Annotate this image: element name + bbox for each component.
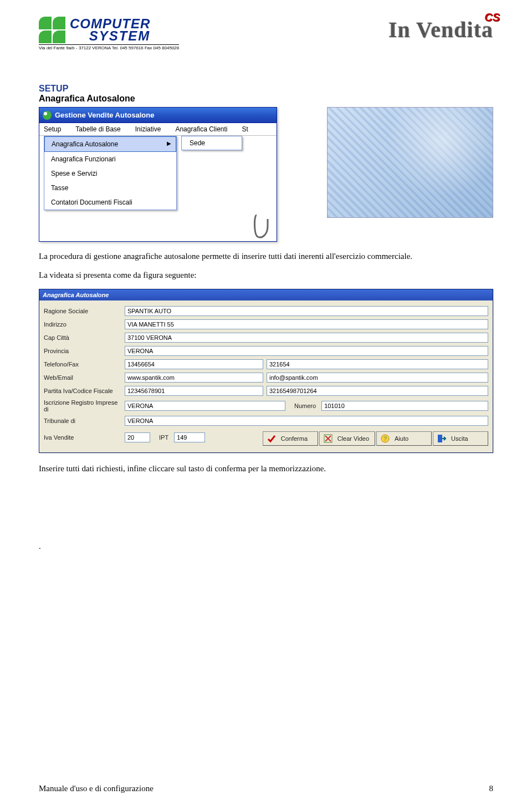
input-iscrizione[interactable] <box>125 401 285 411</box>
conferma-button-label: Conferma <box>281 435 308 442</box>
uscita-button-label: Uscita <box>451 435 468 442</box>
title-right-text: In Vendita <box>388 17 493 42</box>
input-provincia[interactable] <box>125 346 488 356</box>
menu-setup[interactable]: Setup <box>44 125 61 133</box>
form-titlebar: Anagrafica Autosalone <box>39 289 493 300</box>
logo-left: COMPUTER SYSTEM Via del Fante 9a/b - 371… <box>39 17 179 50</box>
label-tribunale: Tribunale di <box>44 417 121 424</box>
input-web[interactable] <box>125 373 263 383</box>
conferma-button[interactable]: Conferma <box>263 431 318 446</box>
input-tribunale[interactable] <box>125 416 488 426</box>
logo-icon <box>39 17 65 43</box>
page-header: COMPUTER SYSTEM Via del Fante 9a/b - 371… <box>39 17 493 50</box>
clear-icon <box>323 434 333 444</box>
svg-rect-3 <box>438 435 442 442</box>
input-cf[interactable] <box>267 386 488 396</box>
footer-left: Manuale d'uso e di configurazione <box>39 784 154 793</box>
logo-line2: SYSTEM <box>70 30 150 42</box>
svg-text:?: ? <box>383 435 387 442</box>
setup-submenu: Sede <box>181 136 242 150</box>
input-telefono[interactable] <box>125 359 263 369</box>
check-icon <box>267 434 277 444</box>
label-ragione-sociale: Ragione Sociale <box>44 308 121 314</box>
input-numero[interactable] <box>321 401 488 411</box>
menu-window-title: Gestione Vendite Autosalone <box>55 111 154 119</box>
uscita-button[interactable]: Uscita <box>433 431 488 446</box>
dropdown-contatori[interactable]: Contatori Documenti Fiscali <box>44 195 176 210</box>
assistant-icon <box>251 212 273 239</box>
label-telefono-fax: Telefono/Fax <box>44 361 121 368</box>
paragraph-4: . <box>39 541 493 552</box>
input-piva[interactable] <box>125 386 263 396</box>
setup-dropdown: Anagrafica Autosalone ▶ Anagrafica Funzi… <box>44 136 177 210</box>
page-footer: Manuale d'uso e di configurazione 8 <box>39 784 493 793</box>
label-indirizzo: Indirizzo <box>44 321 121 328</box>
submenu-arrow-icon: ▶ <box>167 140 171 146</box>
title-right-badge: CS <box>484 11 500 24</box>
label-numero: Numero <box>289 403 318 409</box>
menu-window: Gestione Vendite Autosalone Setup Tabell… <box>39 107 277 242</box>
menu-iniziative[interactable]: Iniziative <box>135 125 161 133</box>
menu-window-titlebar: Gestione Vendite Autosalone <box>39 108 277 123</box>
menu-tabelle[interactable]: Tabelle di Base <box>75 125 120 133</box>
label-ipt: IPT <box>154 434 171 441</box>
section-subheading: Anagrafica Autosalone <box>39 94 493 104</box>
label-iscrizione: Iscrizione Registro Imprese di <box>44 399 121 412</box>
form-title: Anagrafica Autosalone <box>43 292 109 298</box>
exit-icon <box>437 434 447 444</box>
footer-page-number: 8 <box>489 784 494 793</box>
dropdown-anagrafica-funzionari[interactable]: Anagrafica Funzionari <box>44 152 176 166</box>
menu-st[interactable]: St <box>242 125 248 133</box>
dropdown-anagrafica-autosalone-label: Anagrafica Autosalone <box>52 140 118 148</box>
input-indirizzo[interactable] <box>125 319 488 329</box>
clear-video-button[interactable]: Clear Video <box>319 431 375 446</box>
clear-video-button-label: Clear Video <box>337 435 369 442</box>
label-web-email: Web/Email <box>44 374 121 381</box>
logo-subtext: Via del Fante 9a/b - 37122 VERONA Tel. 0… <box>39 44 179 50</box>
label-piva-cf: Partita Iva/Codice Fiscale <box>44 388 121 394</box>
form-window: Anagrafica Autosalone Ragione Sociale In… <box>39 289 493 453</box>
menu-bar: Setup Tabelle di Base Iniziative Anagraf… <box>39 123 277 136</box>
input-ipt[interactable] <box>174 432 205 442</box>
label-provincia: Provincia <box>44 348 121 354</box>
dropdown-anagrafica-autosalone[interactable]: Anagrafica Autosalone ▶ <box>44 136 176 152</box>
input-fax[interactable] <box>267 359 488 369</box>
aiuto-button[interactable]: ? Aiuto <box>376 431 432 446</box>
label-cap-citta: Cap Città <box>44 334 121 341</box>
menu-anagrafica-clienti[interactable]: Anagrafica Clienti <box>175 125 227 133</box>
help-icon: ? <box>380 434 390 444</box>
aiuto-button-label: Aiuto <box>395 435 408 442</box>
input-iva[interactable] <box>125 432 150 442</box>
logo-text: COMPUTER SYSTEM <box>70 18 150 42</box>
section-heading: SETUP <box>39 84 493 94</box>
input-cap-citta[interactable] <box>125 333 488 343</box>
title-right: In Vendita CS <box>388 17 493 43</box>
decorative-image <box>327 107 493 218</box>
paragraph-3: Inserire tutti dati richiesti, infine cl… <box>39 463 493 474</box>
input-ragione-sociale[interactable] <box>125 306 488 316</box>
label-iva-vendite: Iva Vendite <box>44 434 121 441</box>
app-icon <box>43 111 52 120</box>
submenu-sede[interactable]: Sede <box>182 136 242 150</box>
dropdown-tasse[interactable]: Tasse <box>44 181 176 195</box>
paragraph-2: La videata si presenta come da figura se… <box>39 269 493 281</box>
dropdown-spese-servizi[interactable]: Spese e Servizi <box>44 166 176 181</box>
paragraph-1: La procedura di gestione anagrafiche aut… <box>39 251 493 262</box>
input-email[interactable] <box>267 373 488 383</box>
